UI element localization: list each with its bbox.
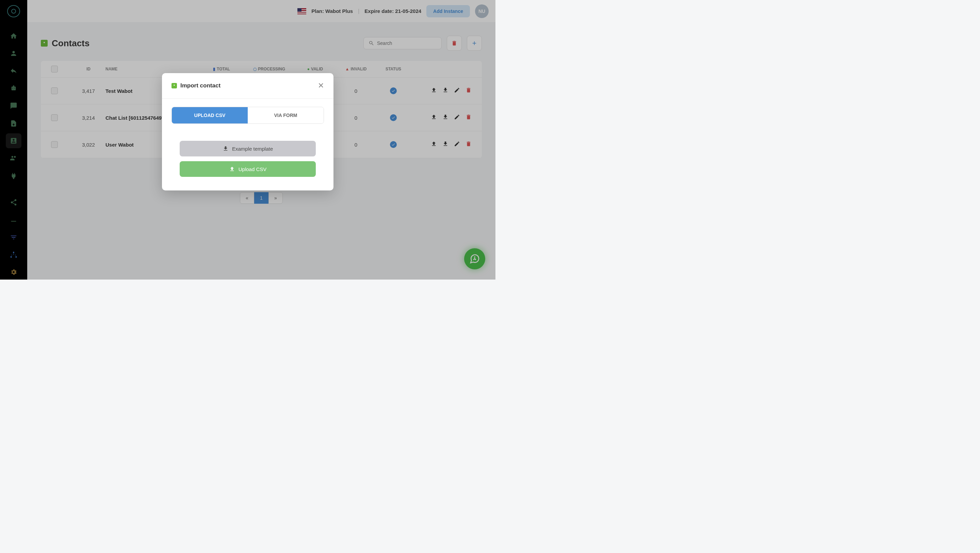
contact-icon [172, 83, 177, 88]
tab-via-form[interactable]: VIA FORM [248, 107, 324, 124]
modal-title: Import contact [180, 82, 221, 89]
close-icon[interactable]: ✕ [318, 81, 324, 90]
import-modal: Import contact ✕ UPLOAD CSV VIA FORM Exa… [162, 73, 334, 191]
modal-overlay[interactable]: Import contact ✕ UPLOAD CSV VIA FORM Exa… [0, 0, 495, 280]
modal-tabs: UPLOAD CSV VIA FORM [172, 107, 324, 124]
upload-csv-button[interactable]: Upload CSV [180, 161, 316, 177]
tab-upload-csv[interactable]: UPLOAD CSV [172, 107, 248, 124]
example-template-button[interactable]: Example template [180, 141, 316, 156]
